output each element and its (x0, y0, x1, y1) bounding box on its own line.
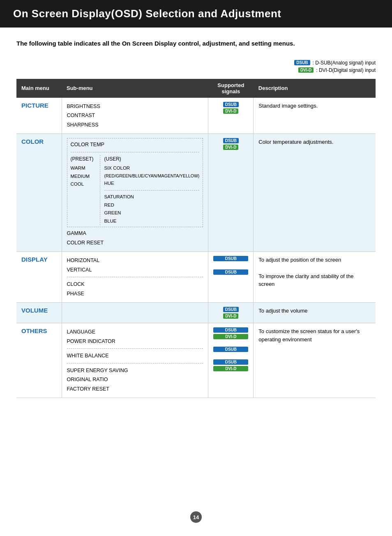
dvid-badge: DVI-D (213, 334, 248, 339)
preset-warm: WARM (71, 164, 96, 173)
table-row: PICTURE BRIGHTNESS CONTRAST SHARPNESS DS… (16, 98, 376, 134)
user-label: (USER) (104, 155, 200, 164)
dsub-badge: DSUB (223, 102, 239, 107)
page-header: On Screen Display(OSD) Selection and Adj… (0, 0, 392, 28)
user-sixcolor-detail: (RED/GREEN/BLUE/CYAN/MAGENTA/YELLOW) (104, 173, 200, 180)
page-title: On Screen Display(OSD) Selection and Adj… (13, 7, 281, 20)
dvid-badge: DVI-D (223, 108, 238, 114)
table-row: OTHERS LANGUAGE POWER INDICATOR WHITE BA… (16, 323, 376, 398)
table-row: VOLUME DSUB DVI-D To adjust the volume (16, 303, 376, 323)
display-desc-2: To improve the clarity and stability of … (258, 272, 371, 288)
user-red: RED (104, 201, 200, 209)
submenu-brightness: BRIGHTNESS (67, 102, 203, 111)
dsub-badge: DSUB (213, 269, 248, 275)
page-container: On Screen Display(OSD) Selection and Adj… (0, 0, 392, 536)
volume-description: To adjust the volume (254, 303, 376, 323)
color-reset: COLOR RESET (67, 238, 203, 248)
col-main-menu: Main menu (16, 79, 62, 98)
preset-cool: COOL (71, 180, 96, 189)
picture-main-menu: PICTURE (16, 98, 62, 134)
dsub-badge: DSUB (213, 327, 248, 333)
others-description: To customize the screen status for a use… (254, 323, 376, 398)
content-area: The following table indicates all the On… (0, 28, 392, 414)
others-signals: DSUB DVI-D DSUB DSUB DVI-D (208, 323, 254, 398)
osd-table: Main menu Sub-menu Supported signals Des… (16, 79, 376, 398)
others-super-energy: SUPER ENERGY SAVING (67, 366, 203, 375)
dsub-badge: DSUB (294, 60, 310, 65)
display-vertical: VERTICAL (67, 265, 203, 275)
color-description: Color temperature adjustments. (254, 134, 376, 252)
others-power-indicator: POWER INDICATOR (67, 337, 203, 346)
dsub-badge: DSUB (223, 138, 239, 143)
volume-submenu (62, 303, 208, 323)
submenu-sharpness: SHARPNESS (67, 120, 203, 130)
table-header-row: Main menu Sub-menu Supported signals Des… (16, 79, 376, 98)
dsub-badge: DSUB (223, 307, 239, 312)
display-main-menu: DISPLAY (16, 252, 62, 303)
display-submenu: HORIZONTAL VERTICAL CLOCK PHASE (62, 252, 208, 303)
dvid-badge: DVI-D (213, 366, 248, 371)
user-blue: BLUE (104, 217, 200, 225)
display-description: To adjust the position of the screen To … (254, 252, 376, 303)
legend-dvid: DVI-D : DVI-D(Digital signal) input (298, 67, 376, 73)
submenu-contrast: CONTRAST (67, 111, 203, 120)
col-supported-signals: Supported signals (208, 79, 254, 98)
dvid-badge: DVI-D (223, 313, 238, 319)
display-horizontal: HORIZONTAL (67, 256, 203, 265)
table-row: COLOR COLOR TEMP (PRESET) (16, 134, 376, 252)
page-number: 14 (190, 511, 202, 523)
color-main-menu: COLOR (16, 134, 62, 252)
dvid-badge: DVI-D (223, 145, 238, 150)
intro-text: The following table indicates all the On… (16, 39, 376, 48)
display-clock: CLOCK (67, 280, 203, 289)
others-white-balance: WHITE BALANCE (67, 351, 203, 361)
dsub-badge: DSUB (213, 359, 248, 365)
others-original-ratio: ORIGINAL RATIO (67, 375, 203, 384)
dvid-desc: : DVI-D(Digital signal) input (316, 67, 376, 73)
col-description: Description (254, 79, 376, 98)
user-green: GREEN (104, 209, 200, 217)
table-row: DISPLAY HORIZONTAL VERTICAL CLOCK PHASE (16, 252, 376, 303)
others-submenu: LANGUAGE POWER INDICATOR WHITE BALANCE S… (62, 323, 208, 398)
others-factory-reset: FACTORY RESET (67, 384, 203, 394)
picture-signals: DSUB DVI-D (208, 98, 254, 134)
others-main-menu: OTHERS (16, 323, 62, 398)
legend-dsub: DSUB : D-SUB(Analog signal) input (294, 60, 376, 66)
color-gamma: GAMMA (67, 229, 203, 238)
user-hue: HUE (104, 179, 200, 188)
picture-submenu: BRIGHTNESS CONTRAST SHARPNESS (62, 98, 208, 134)
color-temp-label: COLOR TEMP (71, 142, 104, 147)
volume-main-menu: VOLUME (16, 303, 62, 323)
user-saturation: SATURATION (104, 193, 200, 201)
preset-label: (PRESET) (71, 155, 96, 164)
dvid-badge: DVI-D (298, 67, 314, 73)
color-signals: DSUB DVI-D (208, 134, 254, 252)
display-phase: PHASE (67, 289, 203, 299)
color-submenu: COLOR TEMP (PRESET) WARM MEDIUM (62, 134, 208, 252)
volume-signals: DSUB DVI-D (208, 303, 254, 323)
display-signals: DSUB DSUB (208, 252, 254, 303)
preset-medium: MEDIUM (71, 173, 96, 181)
dsub-badge: DSUB (213, 347, 248, 352)
dsub-desc: : D-SUB(Analog signal) input (313, 60, 376, 66)
user-sixcolor: SIX COLOR (104, 164, 200, 173)
others-language: LANGUAGE (67, 327, 203, 337)
display-desc-1: To adjust the position of the screen (258, 256, 371, 264)
col-sub-menu: Sub-menu (62, 79, 208, 98)
legend: DSUB : D-SUB(Analog signal) input DVI-D … (16, 60, 376, 73)
dsub-badge: DSUB (213, 256, 248, 261)
picture-description: Standard image settings. (254, 98, 376, 134)
